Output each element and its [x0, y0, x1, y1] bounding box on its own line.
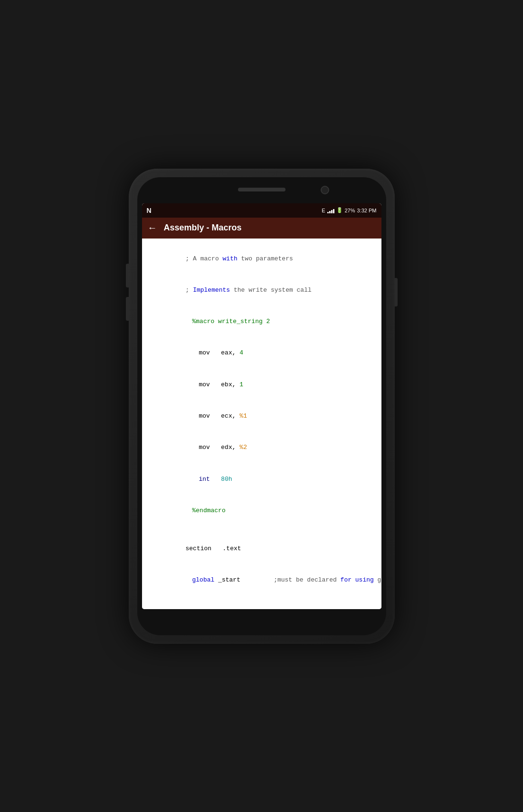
endmacro-line: %endmacro — [149, 495, 375, 526]
mov-eax-line: mov eax, 4 — [149, 337, 375, 369]
spacer-2 — [149, 596, 375, 603]
battery-percent: 27% — [345, 208, 355, 213]
mov-ebx-line: mov ebx, 1 — [149, 369, 375, 401]
mov-edx-line: mov edx, %2 — [149, 432, 375, 463]
macro-def-line: %macro write_string 2 — [149, 306, 375, 337]
code-content[interactable]: ; A macro with two parameters ; Implemen… — [142, 239, 381, 609]
status-logo: N — [147, 207, 152, 214]
speaker — [238, 188, 285, 191]
signal-bar-4 — [333, 209, 334, 213]
time-display: 3:32 PM — [357, 208, 377, 213]
status-bar: N E 🔋 27% 3:32 PM — [142, 203, 381, 218]
status-left: N — [147, 207, 152, 214]
global-line: global _start ;must be declared for usin… — [149, 564, 375, 596]
start-label-line: _start: ;tell linker entry point — [149, 603, 375, 609]
app-title: Assembly - Macros — [164, 223, 242, 233]
screen: N E 🔋 27% 3:32 PM ← — [142, 203, 381, 609]
spacer-1 — [149, 526, 375, 533]
int-line: int 80h — [149, 463, 375, 495]
network-indicator: E — [322, 208, 325, 213]
phone-inner: N E 🔋 27% 3:32 PM ← — [137, 177, 386, 635]
back-button[interactable]: ← — [148, 222, 157, 233]
app-bar: ← Assembly - Macros — [142, 218, 381, 239]
vol-down-button[interactable] — [126, 297, 129, 321]
signal-bar-1 — [327, 212, 329, 213]
signal-bar-2 — [329, 211, 331, 213]
phone-device: N E 🔋 27% 3:32 PM ← — [129, 169, 395, 644]
battery-icon-char: 🔋 — [336, 207, 343, 213]
vol-up-button[interactable] — [126, 264, 129, 287]
comment-line-2: ; Implements the write system call — [149, 275, 375, 306]
comment-line-1: ; A macro with two parameters — [149, 243, 375, 275]
camera — [321, 186, 329, 194]
signal-bars — [327, 208, 334, 213]
power-button[interactable] — [395, 278, 398, 306]
status-right: E 🔋 27% 3:32 PM — [322, 207, 376, 213]
signal-bar-3 — [331, 210, 333, 213]
section-line: section .text — [149, 533, 375, 564]
mov-ecx-line: mov ecx, %1 — [149, 401, 375, 432]
